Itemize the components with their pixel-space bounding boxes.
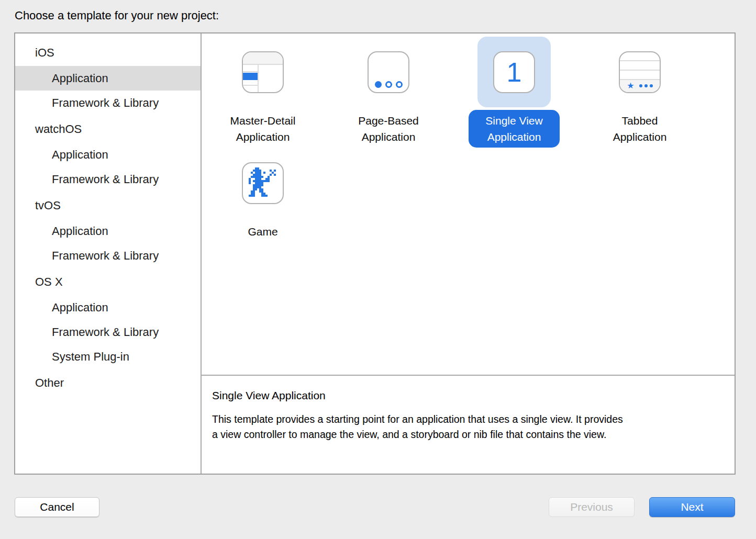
game-icon — [242, 162, 284, 204]
sheet-title: Choose a template for your new project: — [15, 9, 219, 23]
tab-dot — [639, 84, 642, 87]
single-view-number: 1 — [494, 52, 534, 92]
template-label-line: Tabbed — [613, 113, 667, 129]
template-page-based-application[interactable]: Page-BasedApplication — [336, 37, 441, 148]
template-label-line: Application — [485, 129, 542, 145]
template-label-line: Page-Based — [358, 113, 419, 129]
tab-dot — [650, 84, 653, 87]
sidebar-item-os-x-application[interactable]: Application — [15, 295, 201, 320]
template-label: Master-DetailApplication — [223, 110, 303, 148]
icon-header-bar — [243, 52, 283, 65]
template-label-line: Game — [248, 223, 277, 240]
sidebar-item-watchos-framework-and-library[interactable]: Framework & Library — [15, 167, 201, 192]
sidebar-item-watchos-application[interactable]: Application — [15, 142, 201, 167]
template-label-line: Application — [613, 129, 667, 145]
selected-template-highlight: 1 — [477, 37, 551, 107]
description-heading: Single View Application — [212, 389, 719, 402]
sidebar-item-os-x-system-plug-in[interactable]: System Plug-in — [15, 344, 201, 369]
template-label-line: Application — [230, 129, 296, 145]
sidebar-item-tvos-application[interactable]: Application — [15, 219, 201, 243]
page-dots — [369, 81, 408, 88]
description-line: This template provides a starting point … — [212, 412, 719, 427]
page-based-icon — [368, 51, 409, 93]
description-body: This template provides a starting point … — [212, 412, 719, 442]
tab-dots — [639, 84, 653, 87]
game-sprite — [249, 167, 251, 170]
template-master-detail-application[interactable]: Master-DetailApplication — [210, 37, 315, 148]
template-label: Game — [240, 221, 285, 242]
platform-sidebar: iOSApplicationFramework & LibrarywatchOS… — [15, 33, 202, 474]
sidebar-item-os-x[interactable]: OS X — [15, 269, 201, 295]
page-dot-outline — [396, 81, 403, 88]
template-grid: Master-DetailApplicationPage-BasedApplic… — [202, 33, 735, 375]
template-icon-wrap — [226, 148, 299, 218]
icon-row-line — [620, 60, 660, 61]
template-single-view-application[interactable]: 1Single ViewApplication — [462, 37, 566, 148]
template-label-line: Application — [358, 129, 419, 145]
template-panel: Master-DetailApplicationPage-BasedApplic… — [202, 33, 735, 474]
icon-split-divider — [258, 65, 259, 92]
sidebar-item-ios[interactable]: iOS — [15, 40, 201, 66]
master-detail-icon — [242, 51, 284, 93]
sidebar-item-ios-application[interactable]: Application — [15, 66, 201, 91]
template-label-line: Single View — [485, 113, 542, 129]
template-icon-wrap — [352, 37, 425, 107]
template-icon-wrap — [226, 37, 299, 107]
sidebar-item-other[interactable]: Other — [15, 370, 201, 396]
template-icon-wrap: ★ — [603, 37, 676, 107]
sidebar-item-watchos[interactable]: watchOS — [15, 116, 201, 142]
star-icon: ★ — [627, 82, 634, 90]
template-tabbed-application[interactable]: ★TabbedApplication — [587, 37, 692, 148]
tab-bar: ★ — [620, 79, 660, 92]
template-game[interactable]: Game — [210, 148, 315, 242]
template-label-line: Master-Detail — [230, 113, 296, 129]
tab-dot — [644, 84, 648, 87]
sidebar-item-ios-framework-and-library[interactable]: Framework & Library — [15, 91, 201, 115]
template-label: Single ViewApplication — [469, 110, 559, 148]
template-chooser-dialog: iOSApplicationFramework & LibrarywatchOS… — [14, 32, 736, 475]
cancel-button[interactable]: Cancel — [15, 497, 99, 517]
page-dot-outline — [385, 81, 392, 88]
description-line: a view controller to manage the view, an… — [212, 427, 719, 442]
template-label: TabbedApplication — [606, 110, 674, 148]
icon-row-line — [243, 71, 258, 72]
tabbed-icon: ★ — [619, 51, 661, 93]
template-label: Page-BasedApplication — [351, 110, 426, 148]
sidebar-item-tvos-framework-and-library[interactable]: Framework & Library — [15, 243, 201, 268]
next-button[interactable]: Next — [649, 497, 735, 517]
template-description-panel: Single View Application This template pr… — [202, 375, 735, 474]
sidebar-item-os-x-framework-and-library[interactable]: Framework & Library — [15, 320, 201, 344]
previous-button[interactable]: Previous — [549, 497, 635, 517]
icon-selected-row — [243, 73, 258, 80]
icon-row-line — [243, 85, 258, 86]
icon-row-line — [620, 70, 660, 71]
page-dot-filled — [375, 81, 382, 88]
single-view-icon: 1 — [493, 51, 535, 93]
sidebar-item-tvos[interactable]: tvOS — [15, 193, 201, 219]
